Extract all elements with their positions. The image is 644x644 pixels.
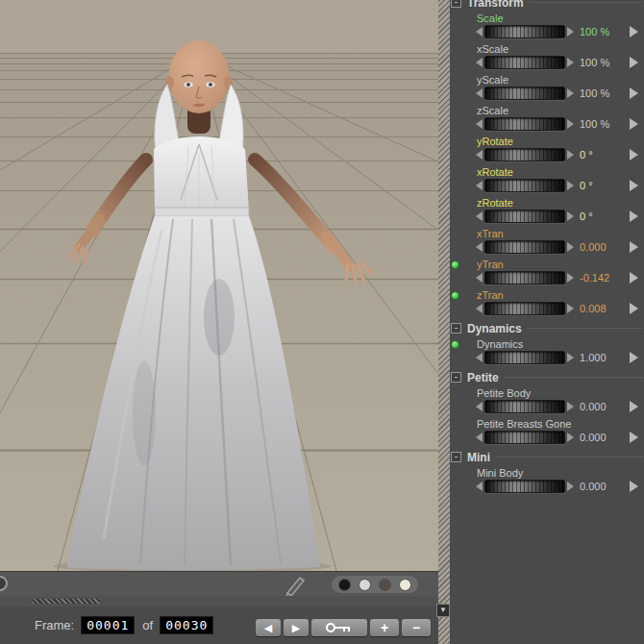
slider-decrement-icon[interactable] (476, 482, 483, 491)
slider-decrement-icon[interactable] (476, 27, 483, 37)
param-slider-row: -0.142 (476, 271, 642, 285)
slider-dial[interactable] (484, 400, 565, 413)
scroll-down-button[interactable]: ▼ (436, 604, 450, 617)
style-dot-cream[interactable] (399, 579, 411, 591)
param-value[interactable]: 100 % (580, 26, 609, 37)
slider-decrement-icon[interactable] (476, 181, 483, 190)
slider-decrement-icon[interactable] (476, 402, 483, 411)
param-menu-icon[interactable] (630, 272, 638, 284)
param-value[interactable]: 0 ° (580, 211, 593, 222)
slider-increment-icon[interactable] (567, 402, 574, 411)
section-header: -Dynamics (450, 319, 644, 337)
slider-dial[interactable] (484, 480, 565, 493)
slider-increment-icon[interactable] (567, 353, 574, 362)
add-button[interactable]: + (370, 619, 399, 636)
param-xtran: xTran0.000 (450, 227, 644, 258)
slider-decrement-icon[interactable] (476, 353, 483, 362)
param-menu-icon[interactable] (630, 481, 638, 492)
param-value[interactable]: 0.000 (580, 432, 607, 443)
slider-decrement-icon[interactable] (476, 242, 483, 252)
resize-grip[interactable] (33, 599, 100, 604)
param-value[interactable]: 0.000 (580, 481, 607, 492)
param-slider-row: 0.000 (476, 431, 642, 444)
param-menu-icon[interactable] (630, 87, 638, 99)
slider-dial[interactable] (484, 271, 565, 285)
param-menu-icon[interactable] (630, 26, 638, 37)
style-dot-silver[interactable] (359, 579, 371, 591)
frame-label: Frame: (35, 618, 74, 632)
collapse-icon[interactable]: - (451, 372, 461, 383)
edit-pencil-icon[interactable] (282, 574, 307, 597)
param-value[interactable]: -0.142 (580, 272, 609, 284)
slider-increment-icon[interactable] (567, 482, 574, 491)
slider-decrement-icon[interactable] (476, 433, 483, 442)
param-menu-icon[interactable] (630, 180, 638, 191)
slider-decrement-icon[interactable] (476, 304, 483, 313)
total-frames-field[interactable]: 00030 (160, 616, 213, 634)
slider-dial[interactable] (484, 25, 565, 38)
viewport-3d[interactable] (0, 0, 438, 571)
panel-splitter[interactable]: ▼ (438, 0, 450, 644)
slider-dial[interactable] (484, 148, 565, 161)
slider-increment-icon[interactable] (567, 242, 574, 252)
param-menu-icon[interactable] (630, 149, 638, 161)
slider-increment-icon[interactable] (567, 181, 574, 190)
collapse-icon[interactable]: - (451, 323, 461, 334)
slider-increment-icon[interactable] (567, 119, 574, 129)
style-dot-brown[interactable] (379, 579, 391, 591)
slider-increment-icon[interactable] (567, 27, 574, 37)
divider-row (0, 596, 438, 607)
slider-increment-icon[interactable] (567, 88, 574, 98)
param-menu-icon[interactable] (630, 432, 638, 443)
slider-dial[interactable] (484, 87, 565, 100)
slider-dial[interactable] (484, 240, 565, 254)
param-value[interactable]: 100 % (580, 57, 609, 68)
param-menu-icon[interactable] (630, 118, 638, 130)
param-value[interactable]: 100 % (580, 118, 609, 130)
collapse-icon[interactable]: - (451, 452, 461, 462)
slider-decrement-icon[interactable] (476, 211, 483, 221)
slider-increment-icon[interactable] (567, 304, 574, 313)
slider-increment-icon[interactable] (567, 273, 574, 283)
param-value[interactable]: 0.000 (580, 241, 607, 253)
param-value[interactable]: 100 % (580, 87, 609, 99)
slider-increment-icon[interactable] (567, 150, 574, 160)
slider-dial[interactable] (484, 117, 565, 131)
param-value[interactable]: 1.000 (580, 352, 607, 363)
slider-dial[interactable] (484, 56, 565, 69)
param-value[interactable]: 0.000 (580, 401, 607, 412)
slider-decrement-icon[interactable] (476, 58, 483, 67)
camera-knob[interactable] (0, 576, 8, 591)
param-menu-icon[interactable] (630, 401, 638, 412)
slider-decrement-icon[interactable] (476, 273, 483, 283)
slider-increment-icon[interactable] (567, 433, 574, 442)
prev-frame-button[interactable]: ◀ (256, 619, 281, 636)
current-frame-field[interactable]: 00001 (81, 616, 135, 634)
param-menu-icon[interactable] (630, 211, 638, 222)
slider-decrement-icon[interactable] (476, 119, 483, 129)
param-value[interactable]: 0 ° (580, 180, 593, 191)
param-menu-icon[interactable] (630, 352, 638, 363)
slider-decrement-icon[interactable] (476, 88, 483, 98)
param-slider-row: 100 % (476, 25, 642, 38)
remove-button[interactable]: − (402, 619, 431, 636)
slider-dial[interactable] (484, 431, 565, 444)
param-menu-icon[interactable] (630, 303, 638, 314)
slider-increment-icon[interactable] (567, 58, 574, 67)
style-dot-black[interactable] (338, 579, 351, 591)
param-menu-icon[interactable] (630, 57, 638, 68)
slider-dial[interactable] (484, 179, 565, 192)
slider-dial[interactable] (484, 210, 565, 223)
collapse-icon[interactable]: - (451, 0, 461, 8)
keyframe-button[interactable] (311, 619, 367, 636)
param-label: xTran (477, 228, 504, 239)
param-value[interactable]: 0 ° (580, 149, 593, 161)
slider-dial[interactable] (484, 351, 565, 364)
slider-decrement-icon[interactable] (476, 150, 483, 160)
slider-dial[interactable] (484, 302, 565, 315)
param-value[interactable]: 0.008 (580, 303, 607, 314)
of-label: of (142, 618, 153, 632)
next-frame-button[interactable]: ▶ (284, 619, 309, 636)
param-menu-icon[interactable] (630, 241, 638, 253)
slider-increment-icon[interactable] (567, 211, 574, 221)
